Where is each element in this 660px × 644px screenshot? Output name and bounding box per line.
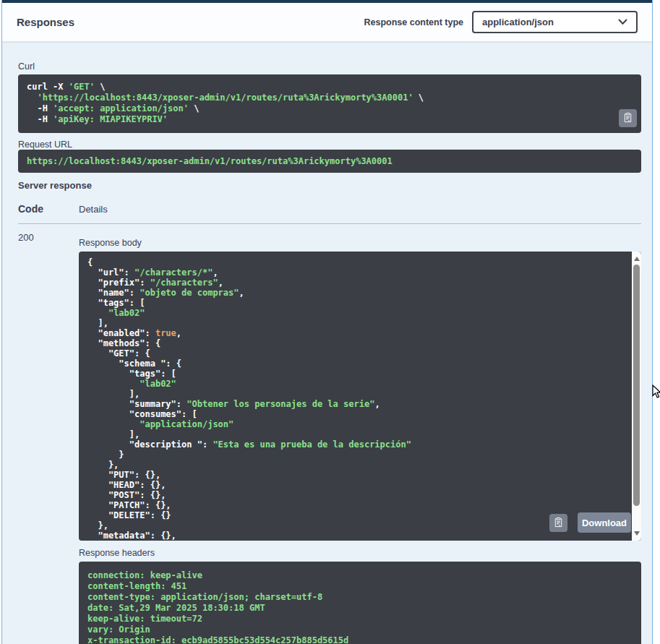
scrollbar-thumb[interactable] [633,265,640,506]
request-url-value: https://localhost:8443/xposer-admin/v1/r… [27,156,393,166]
curl-command-text: curl -X 'GET' \ 'https://localhost:8443/… [27,82,633,125]
server-response-label: Server response [18,180,92,191]
responses-body: Curl curl -X 'GET' \ 'https://localhost:… [2,42,652,644]
content-type-label: Response content type [364,17,463,27]
clipboard-icon [622,112,633,125]
response-body-label: Response body [79,238,142,248]
responses-header-bar: Responses Response content type applicat… [2,3,652,42]
response-content-type-select[interactable]: application/json [472,11,638,33]
triangle-down-icon[interactable] [634,531,640,536]
curl-copy-button[interactable] [619,109,637,127]
content-type-selected-value: application/json [482,17,554,27]
response-body-copy-button[interactable] [549,514,567,532]
mouse-cursor [652,385,660,399]
chevron-down-icon [618,17,627,27]
response-body-block: { "url": "/characters/*", "prefix": "/ch… [79,252,641,541]
triangle-up-icon[interactable] [634,257,640,261]
status-code: 200 [18,232,34,243]
download-button[interactable]: Download [578,512,631,533]
response-body-json: { "url": "/characters/*", "prefix": "/ch… [79,252,632,541]
response-body-scrollbar[interactable] [632,252,641,541]
curl-command-block: curl -X 'GET' \ 'https://localhost:8443/… [18,74,641,133]
clipboard-icon [553,517,564,530]
response-headers-block: connection: keep-alivecontent-length: 45… [79,562,641,644]
response-headers-label: Response headers [79,548,155,558]
request-url-label: Request URL [18,139,72,150]
response-headers-text: connection: keep-alivecontent-length: 45… [87,570,633,644]
responses-title: Responses [17,16,74,28]
content-type-control: Response content type application/json [364,11,638,33]
responses-section: Responses Response content type applicat… [1,0,653,644]
code-column-header: Code [18,203,43,215]
curl-label: Curl [18,61,35,72]
request-url-block: https://localhost:8443/xposer-admin/v1/r… [18,150,641,173]
details-column-header: Details [79,204,108,215]
table-header-divider [18,223,641,224]
